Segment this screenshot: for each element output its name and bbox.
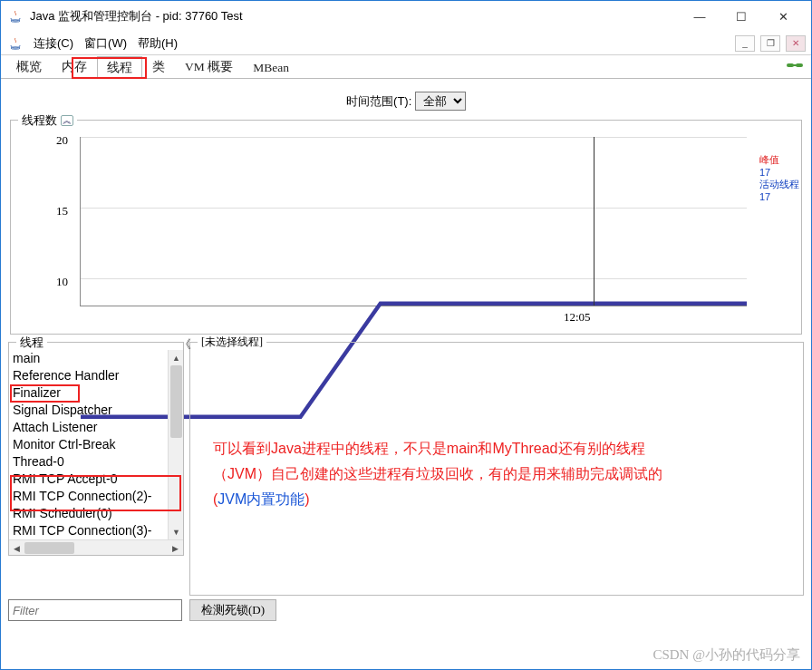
titlebar: Java 监视和管理控制台 - pid: 37760 Test — ☐ ✕: [1, 1, 811, 32]
legend-live-value: 17: [759, 191, 799, 202]
minimize-button[interactable]: —: [679, 3, 720, 30]
list-item[interactable]: Thread-0: [11, 453, 166, 471]
annotation-box: [10, 384, 80, 403]
java-icon: [8, 36, 23, 51]
close-button[interactable]: ✕: [762, 3, 804, 30]
thread-list-panel: 线程 main Reference Handler Finalizer Sign…: [8, 342, 184, 556]
legend-peak-label: 峰值: [759, 153, 799, 167]
legend-peak-value: 17: [759, 167, 799, 178]
time-range-row: 时间范围(T): 全部: [8, 92, 804, 111]
tab-overview[interactable]: 概览: [6, 55, 52, 78]
java-icon: [8, 9, 23, 24]
annotation-box: [10, 475, 181, 511]
scroll-thumb[interactable]: [170, 365, 182, 438]
thread-list-legend: 线程: [16, 335, 47, 351]
scroll-thumb[interactable]: [24, 542, 74, 554]
scroll-right-icon[interactable]: ▶: [168, 540, 183, 556]
list-item[interactable]: Reference Handler: [11, 367, 166, 384]
thread-detail-legend: [未选择线程]: [198, 335, 266, 350]
maximize-button[interactable]: ☐: [720, 3, 762, 30]
list-item[interactable]: Signal Dispatcher: [11, 402, 166, 419]
list-item[interactable]: Monitor Ctrl-Break: [11, 436, 166, 453]
jconsole-window: Java 监视和管理控制台 - pid: 37760 Test — ☐ ✕ 连接…: [0, 0, 812, 670]
annotation-box: [72, 57, 147, 79]
chart-legend: 峰值 17 活动线程 17: [759, 153, 799, 202]
mdi-controls: _ ❐ ✕: [735, 35, 806, 52]
ytick: 20: [56, 133, 68, 148]
xtick: 12:05: [564, 310, 591, 325]
window-title: Java 监视和管理控制台 - pid: 37760 Test: [30, 8, 679, 24]
tab-classes[interactable]: 类: [142, 55, 175, 78]
thread-chart: 20 15 10 12:05 峰值 17 活动线程 17: [11, 121, 801, 334]
mdi-close-button[interactable]: ✕: [786, 35, 806, 52]
tab-vm[interactable]: VM 概要: [175, 55, 243, 78]
menu-window[interactable]: 窗口(W): [79, 34, 132, 53]
chart-plot-area[interactable]: [80, 137, 747, 306]
time-range-select[interactable]: 全部: [415, 92, 466, 111]
scroll-left-icon[interactable]: ◀: [9, 540, 24, 556]
watermark: CSDN @小孙的代码分享: [652, 646, 800, 664]
menu-connect[interactable]: 连接(C): [28, 34, 79, 53]
time-range-label: 时间范围(T):: [346, 94, 411, 108]
menu-help[interactable]: 帮助(H): [132, 34, 183, 53]
tab-mbeans[interactable]: MBean: [243, 57, 299, 78]
ytick: 15: [56, 204, 68, 218]
menubar: 连接(C) 窗口(W) 帮助(H) _ ❐ ✕: [1, 32, 811, 55]
connection-status-icon: [786, 59, 804, 72]
annotation-text: 可以看到Java进程中的线程，不只是main和MyThread还有别的线程 （J…: [213, 436, 793, 512]
svg-rect-4: [792, 64, 798, 66]
list-item[interactable]: main: [11, 350, 166, 367]
scroll-down-icon[interactable]: ▼: [169, 524, 183, 539]
window-controls: — ☐ ✕: [679, 3, 804, 30]
ytick: 10: [56, 275, 68, 289]
legend-live-label: 活动线程: [759, 178, 799, 191]
collapse-left-icon[interactable]: 《: [179, 336, 191, 353]
list-item[interactable]: RMI TCP Connection(3)-: [11, 522, 166, 539]
thread-count-panel: 线程数 ︽ 20 15 10 12:05 峰值: [10, 120, 802, 335]
mdi-minimize-button[interactable]: _: [735, 35, 755, 52]
list-item[interactable]: Attach Listener: [11, 419, 166, 436]
mdi-restore-button[interactable]: ❐: [760, 35, 780, 52]
content-area: 时间范围(T): 全部 线程数 ︽ 20 15 10: [1, 79, 811, 628]
chart-cursor: [594, 137, 594, 306]
horizontal-scrollbar[interactable]: ◀ ▶: [9, 539, 183, 555]
